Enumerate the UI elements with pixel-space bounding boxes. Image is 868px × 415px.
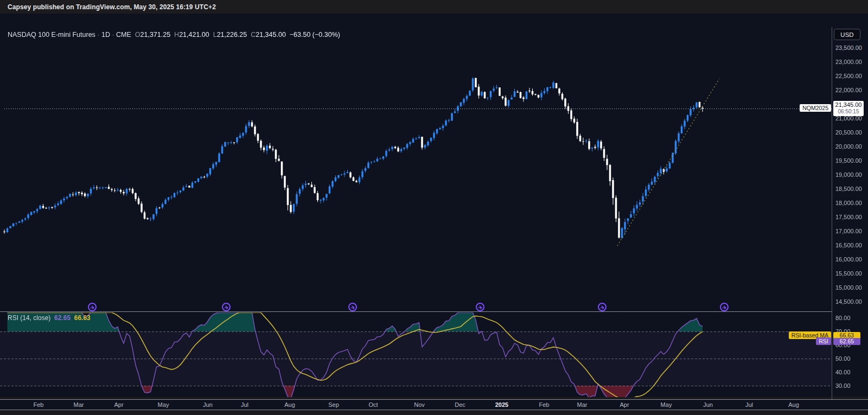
time-axis-label: Sep bbox=[322, 401, 346, 408]
time-axis-label: Mar bbox=[570, 401, 594, 408]
price-tick-label: 16,000.00 bbox=[835, 256, 862, 263]
time-axis-label: Feb bbox=[27, 401, 50, 408]
contract-switch-icon[interactable] bbox=[88, 303, 97, 311]
time-axis-label: Feb bbox=[532, 401, 556, 408]
time-axis-label: 2025 bbox=[490, 401, 514, 408]
price-tick-label: 15,500.00 bbox=[835, 270, 862, 277]
rsi-tick-label: 30.00 bbox=[835, 382, 851, 389]
rsi-axis-value: 62.65 bbox=[833, 338, 860, 345]
bar-countdown: 06:50:15 bbox=[833, 108, 864, 115]
ohlc-value: 21,226.25 bbox=[217, 31, 251, 39]
time-axis-label: Apr bbox=[612, 401, 636, 408]
price-tick-label: 17,500.00 bbox=[835, 214, 862, 220]
ohlc-value: 21,345.00 bbox=[256, 31, 290, 39]
ohlc-label: L bbox=[213, 31, 217, 39]
time-axis-label: Oct bbox=[361, 401, 385, 408]
legend-separator: · bbox=[95, 31, 101, 39]
symbol-title[interactable]: NASDAQ 100 E-mini Futures bbox=[8, 31, 95, 39]
time-axis-label: Jul bbox=[737, 401, 761, 408]
price-tick-label: 19,500.00 bbox=[835, 157, 862, 164]
ohlc-label: H bbox=[174, 31, 179, 39]
rsi-ma-value: 66.63 bbox=[74, 314, 91, 322]
price-tick-label: 22,500.00 bbox=[835, 73, 862, 79]
rsi-value: 62.65 bbox=[54, 314, 71, 322]
publish-bar: Capsey published on TradingView.com, May… bbox=[0, 0, 868, 14]
symbol-exchange: CME bbox=[116, 31, 131, 39]
time-axis[interactable]: FebMarAprMayJunJulAugSepOctNovDec2025Feb… bbox=[0, 399, 868, 410]
time-axis-label: Nov bbox=[407, 401, 431, 408]
rsi-tag: RSI bbox=[816, 337, 831, 345]
time-axis-label: Jun bbox=[196, 401, 220, 408]
symbol-legend: NASDAQ 100 E-mini Futures · 1D · CME O21… bbox=[8, 30, 340, 39]
rsi-title: RSI (14, close) bbox=[8, 314, 50, 322]
rsi-tick-label: 80.00 bbox=[835, 315, 851, 321]
contract-switch-icon[interactable] bbox=[476, 303, 484, 311]
price-tick-label: 18,000.00 bbox=[835, 200, 862, 206]
contract-switch-icon[interactable] bbox=[598, 303, 607, 311]
contract-switch-icon[interactable] bbox=[348, 303, 357, 311]
ohlc-values: O21,371.25 H21,421.00 L21,226.25 C21,345… bbox=[131, 31, 290, 39]
price-tick-label: 22,000.00 bbox=[835, 87, 862, 93]
spacer bbox=[71, 314, 74, 322]
legend-separator: · bbox=[110, 31, 116, 39]
price-tick-label: 23,000.00 bbox=[835, 59, 862, 65]
rsi-tick-label: 50.00 bbox=[835, 355, 851, 362]
time-axis-label: May bbox=[654, 401, 678, 408]
price-tick-label: 19,000.00 bbox=[835, 171, 862, 178]
time-axis-label: Jul bbox=[233, 401, 257, 408]
ohlc-label: C bbox=[251, 31, 256, 39]
time-axis-label: Apr bbox=[107, 401, 131, 408]
ohlc-label: O bbox=[135, 31, 141, 39]
main-chart-canvas[interactable] bbox=[0, 27, 832, 399]
price-tick-label: 20,500.00 bbox=[835, 129, 862, 136]
price-axis-border bbox=[832, 27, 832, 410]
contract-price-label: NQM2025 bbox=[800, 104, 831, 112]
tradingview-published-chart: Capsey published on TradingView.com, May… bbox=[0, 0, 868, 415]
time-axis-label: Jun bbox=[696, 401, 720, 408]
change-value: −63.50 (−0.30%) bbox=[290, 31, 340, 39]
publish-text: Capsey published on TradingView.com, May… bbox=[8, 3, 216, 11]
time-axis-label: Aug bbox=[782, 401, 806, 408]
symbol-interval[interactable]: 1D bbox=[101, 31, 110, 39]
ohlc-value: 21,371.25 bbox=[141, 31, 175, 39]
currency-button[interactable]: USD bbox=[834, 29, 860, 40]
time-axis-label: May bbox=[151, 401, 175, 408]
contract-switch-icon[interactable] bbox=[720, 303, 729, 311]
ohlc-value: 21,421.00 bbox=[179, 31, 213, 39]
last-price-axis-label: 21,345.00 06:50:15 bbox=[833, 101, 864, 116]
chart-area: NASDAQ 100 E-mini Futures · 1D · CME O21… bbox=[0, 14, 868, 397]
price-tick-label: 20,000.00 bbox=[835, 143, 862, 150]
price-tick-label: 15,000.00 bbox=[835, 284, 862, 291]
rsi-indicator-legend: RSI (14, close) 62.65 66.63 bbox=[8, 314, 91, 322]
price-tick-label: 18,500.00 bbox=[835, 186, 862, 192]
rsi-tick-label: 40.00 bbox=[835, 369, 851, 375]
price-tick-label: 16,500.00 bbox=[835, 242, 862, 248]
contract-switch-icon[interactable] bbox=[222, 303, 231, 311]
time-axis-label: Aug bbox=[278, 401, 302, 408]
last-price: 21,345.00 bbox=[833, 101, 864, 108]
price-tick-label: 14,500.00 bbox=[835, 298, 862, 305]
price-tick-label: 23,500.00 bbox=[835, 44, 862, 51]
time-axis-label: Dec bbox=[448, 401, 472, 408]
time-axis-label: Mar bbox=[67, 401, 91, 408]
price-tick-label: 17,000.00 bbox=[835, 228, 862, 234]
